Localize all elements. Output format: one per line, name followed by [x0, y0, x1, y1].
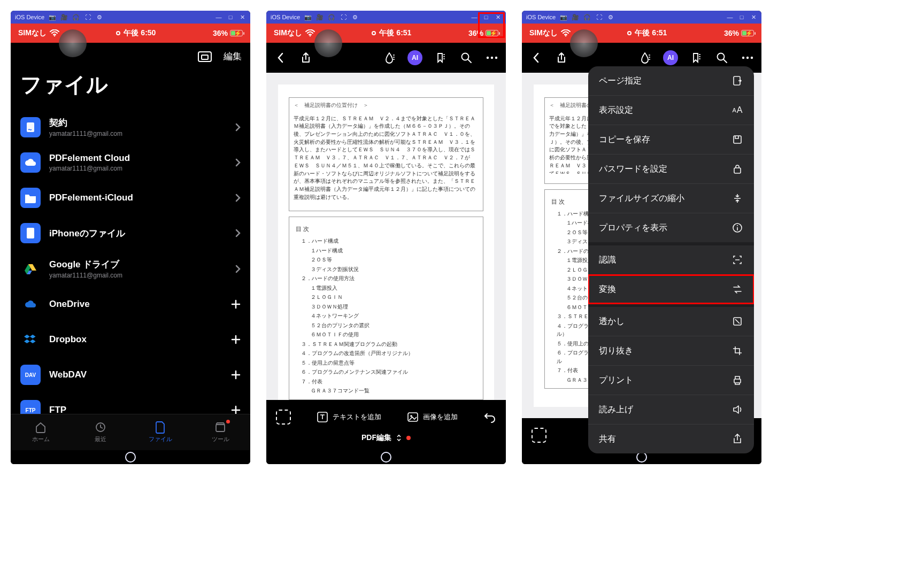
- tab-label: ホーム: [32, 435, 50, 443]
- clock: 午後 6:51: [379, 28, 411, 38]
- emulator-bar: iOS Device 📷 🎥 🎧 ⛶ ⚙ — □ ✕: [522, 11, 761, 24]
- close-icon[interactable]: ✕: [238, 13, 246, 21]
- goto-page-icon: [732, 75, 743, 87]
- plus-icon: [231, 335, 241, 344]
- close-icon[interactable]: ✕: [750, 13, 757, 21]
- camera-icon[interactable]: 📷: [304, 13, 312, 21]
- search-button[interactable]: [455, 46, 478, 70]
- share-button[interactable]: [294, 46, 318, 70]
- back-button[interactable]: [268, 46, 292, 70]
- menu-ocr[interactable]: 認識: [588, 245, 754, 274]
- assistive-touch[interactable]: [59, 29, 87, 57]
- bookmark-button[interactable]: [429, 46, 452, 70]
- camera-icon[interactable]: 📷: [560, 13, 567, 21]
- add-text-button[interactable]: テキストを追加: [312, 408, 386, 426]
- menu-compress[interactable]: ファイルサイズの縮小: [588, 184, 754, 213]
- selection-tool[interactable]: [272, 406, 295, 428]
- tab-home[interactable]: ホーム: [11, 414, 71, 450]
- menu-speaker[interactable]: 読み上げ: [588, 395, 754, 424]
- list-item[interactable]: 契約yamatar1111@gmail.com: [11, 109, 250, 145]
- menu-text-size[interactable]: 表示設定AA: [588, 96, 754, 125]
- cast-icon[interactable]: [198, 51, 212, 62]
- home-indicator[interactable]: [266, 450, 506, 464]
- svg-point-5: [310, 35, 311, 37]
- emulator-device: iOS Device: [15, 14, 44, 20]
- camera-icon[interactable]: 📷: [49, 13, 56, 21]
- close-icon[interactable]: ✕: [494, 13, 502, 21]
- edit-button[interactable]: 編集: [224, 50, 242, 63]
- video-icon[interactable]: 🎥: [316, 13, 324, 21]
- plus-icon: [231, 405, 241, 414]
- svg-point-13: [565, 35, 567, 37]
- list-item[interactable]: OneDrive: [11, 287, 250, 322]
- headphone-icon[interactable]: 🎧: [583, 13, 591, 21]
- list-item[interactable]: FTPFTP: [11, 392, 250, 414]
- list-item[interactable]: DAVWebDAV: [11, 357, 250, 392]
- toc-item: ６ＭＯＴＩＦの使用: [311, 330, 479, 339]
- fullscreen-icon[interactable]: ⛶: [595, 13, 603, 21]
- video-icon[interactable]: 🎥: [60, 13, 68, 21]
- minimize-icon[interactable]: —: [471, 13, 478, 21]
- tab-recent[interactable]: 最近: [71, 414, 130, 450]
- menu-print[interactable]: プリント: [588, 366, 754, 395]
- tab-files[interactable]: ファイル: [130, 414, 190, 450]
- add-image-button[interactable]: 画像を追加: [403, 408, 462, 426]
- maximize-icon[interactable]: □: [227, 13, 234, 21]
- battery-icon: ⚡: [741, 30, 754, 36]
- ai-button[interactable]: AI: [403, 46, 427, 70]
- row-title: PDFelement-iCloud: [49, 192, 227, 203]
- list-item[interactable]: PDFelement-iCloud: [11, 180, 250, 215]
- selection-tool[interactable]: [527, 425, 551, 446]
- headphone-icon[interactable]: 🎧: [72, 13, 80, 21]
- fullscreen-icon[interactable]: ⛶: [84, 13, 91, 21]
- maximize-icon[interactable]: □: [738, 13, 745, 21]
- menu-goto-page[interactable]: ページ指定: [588, 66, 754, 95]
- toc-item: １ハード構成: [311, 246, 479, 255]
- menu-lock[interactable]: パスワードを設定: [588, 155, 754, 183]
- fullscreen-icon[interactable]: ⛶: [340, 13, 347, 21]
- back-button[interactable]: [524, 46, 548, 70]
- minimize-icon[interactable]: —: [726, 13, 734, 21]
- share-button[interactable]: [550, 46, 573, 70]
- menu-label: 読み上げ: [599, 404, 633, 415]
- menu-label: ページ指定: [599, 75, 642, 87]
- file-list[interactable]: 契約yamatar1111@gmail.comPDFelement Cloudy…: [11, 109, 250, 414]
- menu-info[interactable]: プロパティを表示: [588, 213, 754, 242]
- gear-icon[interactable]: ⚙: [96, 13, 103, 21]
- edit-mode-selector[interactable]: PDF編集: [272, 428, 500, 446]
- gear-icon[interactable]: ⚙: [607, 13, 614, 21]
- headphone-icon[interactable]: 🎧: [328, 13, 335, 21]
- menu-share[interactable]: 共有: [588, 425, 754, 453]
- assistive-touch[interactable]: [314, 29, 342, 57]
- assistive-touch[interactable]: [570, 29, 598, 57]
- more-button[interactable]: [480, 46, 504, 70]
- row-title: iPhoneのファイル: [49, 227, 227, 240]
- gear-icon[interactable]: ⚙: [351, 13, 359, 21]
- document-area[interactable]: ＜ 補足説明書の位置付け ＞ 平成元年１２月に、ＳＴＲＥＡＭ Ｖ２．４までを対象…: [266, 73, 506, 400]
- menu-save-copy[interactable]: コピーを保存: [588, 125, 754, 154]
- video-icon[interactable]: 🎥: [572, 13, 579, 21]
- tab-tools[interactable]: ツール: [190, 414, 250, 450]
- menu-convert[interactable]: 変換: [588, 275, 754, 304]
- list-item[interactable]: iPhoneのファイル: [11, 215, 250, 251]
- svg-point-9: [495, 57, 497, 59]
- row-title: OneDrive: [49, 299, 222, 310]
- tab-bar: ホーム最近ファイルツール: [11, 414, 250, 450]
- minimize-icon[interactable]: —: [215, 13, 222, 21]
- phone-files: iOS Device 📷 🎥 🎧 ⛶ ⚙ — □ ✕ SIMなし 午後 6:50…: [11, 11, 250, 464]
- list-item[interactable]: Google ドライブyamatar1111@gmail.com: [11, 251, 250, 287]
- list-item[interactable]: PDFelement Cloudyamatar1111@gmail.com: [11, 145, 250, 180]
- undo-button[interactable]: [479, 408, 500, 426]
- home-indicator[interactable]: [11, 450, 250, 464]
- chevron-right-icon: [235, 158, 241, 167]
- menu-label: 透かし: [599, 316, 625, 327]
- menu-label: 表示設定: [599, 105, 633, 116]
- list-item[interactable]: Dropbox: [11, 322, 250, 357]
- menu-watermark[interactable]: 透かし: [588, 307, 754, 336]
- menu-crop[interactable]: 切り抜き: [588, 336, 754, 365]
- status-bar: SIMなし 午後 6:50 36% ⚡: [11, 24, 250, 43]
- maximize-icon[interactable]: □: [482, 13, 490, 21]
- compress-icon: [732, 192, 743, 204]
- wifi-icon: [561, 29, 571, 37]
- ink-button[interactable]: [378, 46, 401, 70]
